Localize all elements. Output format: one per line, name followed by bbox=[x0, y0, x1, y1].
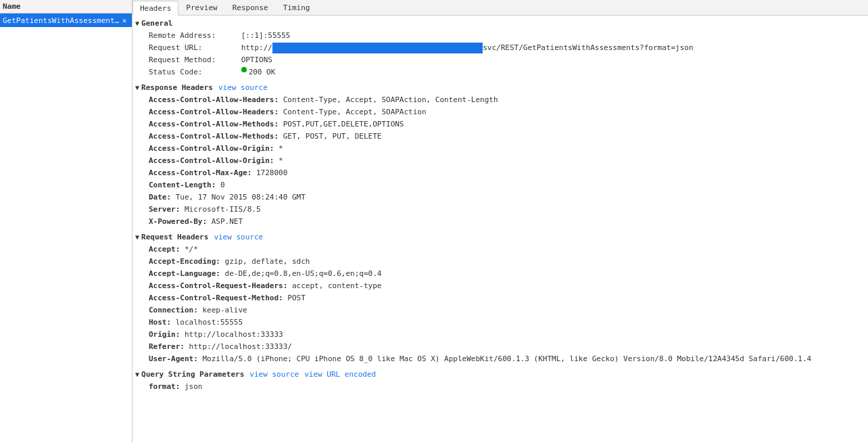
query-string-view-source[interactable]: view source bbox=[249, 370, 299, 379]
table-row: Access-Control-Allow-Headers: Content-Ty… bbox=[149, 106, 868, 118]
tab-response[interactable]: Response bbox=[225, 0, 276, 15]
triangle-icon: ▼ bbox=[135, 20, 139, 27]
query-string-section: ▼ Query String Parameters view source vi… bbox=[132, 367, 868, 394]
table-row: Access-Control-Request-Method: POST bbox=[149, 292, 868, 304]
status-code-value: 200 OK bbox=[249, 67, 276, 78]
right-panel: Headers Preview Response Timing ▼ Genera… bbox=[132, 0, 868, 443]
response-headers-title: Response Headers bbox=[141, 83, 213, 92]
row-key: Server: bbox=[149, 204, 180, 215]
row-key: Access-Control-Allow-Methods: bbox=[149, 119, 279, 130]
request-method-row: Request Method: OPTIONS bbox=[149, 54, 868, 66]
table-row: Content-Length: 0 bbox=[149, 179, 868, 191]
row-key: Accept: bbox=[149, 244, 180, 255]
general-title: General bbox=[141, 19, 172, 28]
row-val: 0 bbox=[220, 180, 225, 191]
row-key: Host: bbox=[149, 317, 171, 328]
remote-address-value: [::1]:55555 bbox=[241, 30, 291, 41]
row-key: User-Agent: bbox=[149, 354, 198, 365]
row-val: Mozilla/5.0 (iPhone; CPU iPhone OS 8_0 l… bbox=[202, 354, 811, 365]
row-key: format: bbox=[149, 381, 180, 392]
row-val: de-DE,de;q=0.8,en-US;q=0.6,en;q=0.4 bbox=[225, 269, 382, 279]
table-row: format: json bbox=[149, 381, 868, 393]
table-row: Host: localhost:55555 bbox=[149, 317, 868, 329]
row-key: Content-Length: bbox=[149, 180, 216, 191]
triangle-icon: ▼ bbox=[135, 233, 139, 241]
request-url-key: Request URL: bbox=[149, 43, 237, 53]
row-val: accept, content-type bbox=[292, 281, 381, 292]
response-headers-view-source[interactable]: view source bbox=[218, 83, 268, 92]
table-row: Access-Control-Allow-Methods: POST,PUT,G… bbox=[149, 118, 868, 131]
tabs-bar: Headers Preview Response Timing bbox=[132, 0, 868, 16]
triangle-icon: ▼ bbox=[135, 84, 139, 91]
status-code-row: Status Code: 200 OK bbox=[149, 66, 868, 78]
table-row: Access-Control-Max-Age: 1728000 bbox=[149, 167, 868, 179]
row-val: gzip, deflate, sdch bbox=[225, 256, 310, 267]
triangle-icon: ▼ bbox=[135, 371, 139, 378]
row-key: Connection: bbox=[149, 305, 198, 316]
row-val: * bbox=[279, 143, 283, 154]
table-row: Access-Control-Allow-Headers: Content-Ty… bbox=[149, 94, 868, 106]
request-headers-section: ▼ Request Headers view source Accept: */… bbox=[132, 229, 868, 367]
query-string-title: Query String Parameters bbox=[141, 370, 244, 379]
request-headers-view-source[interactable]: view source bbox=[214, 233, 263, 241]
left-panel-header: Name bbox=[0, 0, 132, 14]
row-key: Access-Control-Allow-Headers: bbox=[149, 107, 279, 118]
table-row: Referer: http://localhost:33333/ bbox=[149, 341, 868, 353]
row-val: POST bbox=[287, 293, 306, 304]
request-url-highlight bbox=[272, 43, 483, 53]
request-headers-section-header[interactable]: ▼ Request Headers view source bbox=[132, 231, 868, 243]
row-key: Access-Control-Allow-Headers: bbox=[149, 95, 279, 106]
row-val: ASP.NET bbox=[212, 216, 243, 227]
row-val: 1728000 bbox=[256, 168, 287, 179]
row-val: Tue, 17 Nov 2015 08:24:40 GMT bbox=[176, 192, 306, 203]
table-row: Access-Control-Allow-Origin: * bbox=[149, 155, 868, 167]
row-key: Origin: bbox=[149, 329, 180, 340]
request-item-label: GetPatientsWithAssessments?for... bbox=[3, 16, 120, 25]
tab-timing[interactable]: Timing bbox=[276, 0, 318, 15]
query-string-view-url-encoded[interactable]: view URL encoded bbox=[304, 370, 376, 379]
row-key: Access-Control-Request-Headers: bbox=[149, 281, 287, 292]
name-column-header: Name bbox=[3, 2, 21, 11]
row-val: */* bbox=[185, 244, 198, 255]
row-val: Microsoft-IIS/8.5 bbox=[185, 204, 261, 215]
status-dot-icon bbox=[241, 67, 247, 72]
row-val: http://localhost:33333/ bbox=[189, 342, 292, 352]
close-icon[interactable]: ✕ bbox=[120, 16, 129, 25]
table-row: Connection: keep-alive bbox=[149, 304, 868, 317]
network-request-item[interactable]: GetPatientsWithAssessments?for... ✕ bbox=[0, 14, 132, 27]
row-key: Access-Control-Max-Age: bbox=[149, 168, 251, 179]
response-headers-section-header[interactable]: ▼ Response Headers view source bbox=[132, 81, 868, 94]
table-row: Server: Microsoft-IIS/8.5 bbox=[149, 204, 868, 216]
tab-headers[interactable]: Headers bbox=[132, 1, 178, 16]
row-val: Content-Type, Accept, SOAPAction bbox=[283, 107, 427, 118]
row-val: * bbox=[279, 156, 283, 166]
row-val: http://localhost:33333 bbox=[185, 329, 283, 340]
query-string-body: format: json bbox=[132, 381, 868, 393]
query-string-section-header[interactable]: ▼ Query String Parameters view source vi… bbox=[132, 368, 868, 381]
row-val: keep-alive bbox=[202, 305, 247, 316]
table-row: Accept-Language: de-DE,de;q=0.8,en-US;q=… bbox=[149, 268, 868, 280]
row-val: Content-Type, Accept, SOAPAction, Conten… bbox=[283, 95, 498, 106]
request-url-prefix: http:// bbox=[241, 43, 272, 53]
status-code-key: Status Code: bbox=[149, 67, 237, 78]
table-row: Access-Control-Allow-Methods: GET, POST,… bbox=[149, 131, 868, 143]
row-key: Access-Control-Allow-Origin: bbox=[149, 143, 274, 154]
row-val: POST,PUT,GET,DELETE,OPTIONS bbox=[283, 119, 404, 130]
request-headers-title: Request Headers bbox=[141, 233, 208, 241]
remote-address-row: Remote Address: [::1]:55555 bbox=[149, 30, 868, 42]
table-row: Origin: http://localhost:33333 bbox=[149, 329, 868, 341]
request-headers-body: Accept: */*Accept-Encoding: gzip, deflat… bbox=[132, 243, 868, 365]
table-row: User-Agent: Mozilla/5.0 (iPhone; CPU iPh… bbox=[149, 353, 868, 365]
table-row: Date: Tue, 17 Nov 2015 08:24:40 GMT bbox=[149, 191, 868, 204]
row-val: localhost:55555 bbox=[176, 317, 243, 328]
row-key: Date: bbox=[149, 192, 171, 203]
response-headers-section: ▼ Response Headers view source Access-Co… bbox=[132, 80, 868, 229]
row-key: Accept-Language: bbox=[149, 269, 220, 279]
tab-preview[interactable]: Preview bbox=[178, 0, 224, 15]
row-val: GET, POST, PUT, DELETE bbox=[283, 131, 382, 142]
general-section-header[interactable]: ▼ General bbox=[132, 17, 868, 30]
general-section: ▼ General Remote Address: [::1]:55555 Re… bbox=[132, 16, 868, 80]
table-row: X-Powered-By: ASP.NET bbox=[149, 216, 868, 228]
request-method-value: OPTIONS bbox=[241, 55, 272, 66]
table-row: Access-Control-Request-Headers: accept, … bbox=[149, 280, 868, 292]
